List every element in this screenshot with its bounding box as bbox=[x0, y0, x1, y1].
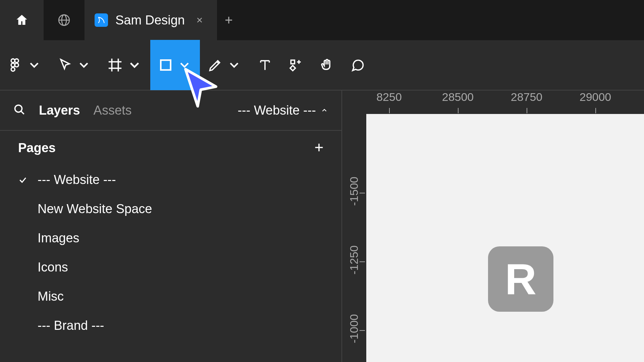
svg-rect-21 bbox=[291, 60, 294, 64]
check-icon bbox=[18, 176, 28, 184]
add-page-button[interactable] bbox=[313, 142, 325, 155]
tab-title: Sam Design bbox=[115, 13, 185, 27]
svg-rect-22 bbox=[290, 65, 296, 71]
search-icon[interactable] bbox=[13, 104, 25, 117]
page-item-label: Misc bbox=[38, 289, 64, 304]
layers-tab[interactable]: Layers bbox=[39, 103, 80, 118]
svg-rect-16 bbox=[161, 60, 170, 70]
page-item-selected[interactable]: --- Website --- bbox=[0, 165, 341, 194]
svg-point-8 bbox=[15, 59, 18, 63]
page-item[interactable]: --- Brand --- bbox=[0, 311, 341, 340]
canvas-area[interactable]: 8250 28500 28750 29000 29 -1500 -1250 -1… bbox=[342, 90, 644, 362]
page-item[interactable]: New Website Space bbox=[0, 194, 341, 224]
page-item[interactable]: Misc bbox=[0, 282, 341, 311]
document-tab[interactable]: Sam Design bbox=[85, 0, 217, 40]
community-tab[interactable] bbox=[44, 0, 85, 40]
page-item-label: Images bbox=[38, 231, 79, 245]
main-menu-button[interactable] bbox=[0, 40, 50, 90]
home-tab[interactable] bbox=[0, 0, 44, 40]
comment-tool[interactable] bbox=[342, 40, 373, 90]
svg-rect-10 bbox=[15, 63, 18, 67]
page-switcher[interactable]: --- Website --- bbox=[237, 103, 328, 118]
move-tool[interactable] bbox=[50, 40, 99, 90]
svg-point-25 bbox=[15, 105, 22, 112]
figma-file-icon bbox=[95, 13, 108, 27]
pen-tool[interactable] bbox=[200, 40, 250, 90]
keyboard-hint-badge: R bbox=[488, 246, 553, 312]
frame-tool[interactable] bbox=[99, 40, 150, 90]
close-icon[interactable] bbox=[192, 16, 207, 24]
page-item-label: --- Brand --- bbox=[38, 318, 104, 333]
text-tool[interactable] bbox=[250, 40, 280, 90]
svg-point-11 bbox=[11, 67, 15, 71]
page-item[interactable]: Icons bbox=[0, 253, 341, 282]
page-item-label: Icons bbox=[38, 260, 68, 275]
tab-bar: Sam Design bbox=[0, 0, 644, 40]
pages-label: Pages bbox=[18, 141, 56, 155]
panel-tab-row: Layers Assets --- Website --- bbox=[0, 90, 341, 131]
page-item[interactable]: Images bbox=[0, 224, 341, 253]
page-switcher-label: --- Website --- bbox=[237, 103, 316, 118]
hand-tool[interactable] bbox=[311, 40, 342, 90]
page-item-label: New Website Space bbox=[38, 202, 152, 216]
ruler-vertical: -1500 -1250 -1000 bbox=[342, 114, 366, 362]
left-panel: Layers Assets --- Website --- Pages --- … bbox=[0, 90, 342, 362]
assets-tab[interactable]: Assets bbox=[94, 103, 132, 118]
ruler-horizontal: 8250 28500 28750 29000 29 bbox=[366, 90, 644, 114]
toolbar bbox=[0, 40, 644, 90]
rectangle-tool[interactable] bbox=[150, 40, 200, 90]
artboard[interactable] bbox=[366, 114, 644, 362]
svg-line-26 bbox=[21, 111, 24, 114]
new-tab-button[interactable] bbox=[217, 15, 240, 25]
page-item-label: --- Website --- bbox=[38, 173, 116, 187]
pages-header: Pages bbox=[0, 131, 341, 165]
resources-tool[interactable] bbox=[280, 40, 311, 90]
